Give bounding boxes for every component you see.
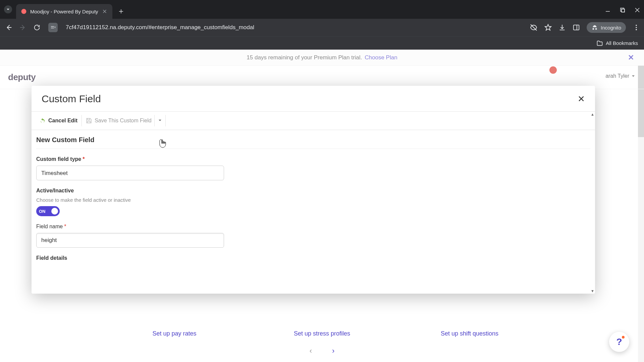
download-icon[interactable] [558, 24, 566, 31]
menu-dots-icon[interactable] [633, 24, 640, 31]
modal-body: New Custom Field Custom field type* Time… [32, 130, 595, 294]
browser-tab[interactable]: Moodjoy - Powered By Deputy [16, 4, 112, 19]
svg-rect-4 [574, 25, 579, 30]
bg-card-stress[interactable]: Set up stress profiles [255, 325, 389, 342]
undo-icon [40, 118, 46, 124]
background-cards: Set up pay rates Set up stress profiles … [0, 325, 644, 342]
field-details-label: Field details [36, 255, 590, 261]
field-name-label: Field name* [36, 224, 590, 230]
section-heading: New Custom Field [36, 130, 590, 149]
active-toggle[interactable]: ON [36, 206, 60, 216]
svg-rect-2 [622, 9, 625, 12]
mouse-cursor-icon [158, 139, 166, 148]
save-icon [86, 118, 92, 124]
cancel-edit-button[interactable]: Cancel Edit [36, 115, 82, 126]
modal-toolbar: Cancel Edit Save This Custom Field ▲ [32, 112, 595, 130]
bg-card-pay-rates[interactable]: Set up pay rates [107, 325, 241, 342]
toggle-state-label: ON [39, 209, 46, 214]
svg-point-7 [636, 29, 637, 31]
folder-icon [596, 40, 603, 47]
svg-point-5 [636, 25, 637, 26]
new-tab-button[interactable] [116, 6, 126, 17]
scroll-down-arrow[interactable]: ▼ [591, 289, 594, 293]
modal-header: Custom Field ✕ [32, 86, 595, 112]
field-type-select[interactable]: Timesheet [36, 166, 224, 180]
svg-point-0 [21, 9, 26, 14]
active-group: Active/Inactive Choose to make the field… [36, 188, 590, 216]
tab-title: Moodjoy - Powered By Deputy [30, 9, 98, 14]
incognito-chip[interactable]: Incognito [587, 22, 626, 33]
field-name-input[interactable] [36, 233, 224, 248]
address-bar[interactable]: 7cf47d19112152.na.deputy.com/#enterprise… [62, 24, 525, 31]
modal-close-button[interactable]: ✕ [578, 94, 585, 104]
save-dropdown-button[interactable] [155, 115, 166, 126]
save-label: Save This Custom Field [95, 118, 152, 124]
scroll-up-arrow[interactable]: ▲ [591, 112, 594, 116]
eye-off-icon[interactable] [530, 23, 538, 32]
incognito-label: Incognito [601, 25, 621, 31]
forward-button[interactable] [18, 23, 28, 32]
browser-titlebar: Moodjoy - Powered By Deputy [0, 0, 644, 19]
caret-down-icon [158, 118, 162, 122]
field-details-group: Field details [36, 255, 590, 261]
active-label: Active/Inactive [36, 188, 590, 194]
reload-button[interactable] [32, 23, 42, 32]
bg-card-shift[interactable]: Set up shift questions [402, 325, 537, 342]
cancel-label: Cancel Edit [48, 118, 77, 124]
help-fab-button[interactable]: ? [609, 332, 629, 352]
save-button[interactable]: Save This Custom Field [82, 115, 155, 126]
modal-title: Custom Field [42, 93, 101, 105]
toggle-knob [51, 208, 58, 215]
all-bookmarks-link[interactable]: All Bookmarks [606, 40, 638, 46]
bookmarks-bar: All Bookmarks [0, 36, 644, 50]
incognito-icon [591, 24, 598, 31]
field-name-group: Field name* [36, 224, 590, 248]
back-button[interactable] [4, 23, 13, 32]
bookmark-star-icon[interactable] [544, 24, 552, 31]
pager-next-icon[interactable]: › [332, 347, 334, 355]
custom-field-modal: Custom Field ✕ Cancel Edit Save This Cus… [32, 86, 595, 294]
field-type-group: Custom field type* Timesheet [36, 156, 590, 180]
pager: ‹ › [0, 347, 644, 355]
tab-favicon-icon [21, 8, 27, 14]
pager-prev-icon[interactable]: ‹ [310, 347, 312, 355]
window-controls [605, 7, 640, 13]
tab-search-button[interactable] [4, 5, 12, 13]
minimize-icon[interactable] [605, 7, 610, 13]
page-content: 15 days remaining of your Premium Plan t… [0, 50, 644, 362]
maximize-icon[interactable] [620, 7, 625, 13]
field-type-label: Custom field type* [36, 156, 590, 162]
close-window-icon[interactable] [635, 7, 640, 13]
tab-close-icon[interactable] [102, 8, 108, 14]
site-info-button[interactable] [48, 23, 58, 32]
browser-toolbar: 7cf47d19112152.na.deputy.com/#enterprise… [0, 19, 644, 36]
side-panel-icon[interactable] [573, 24, 580, 31]
active-help-text: Choose to make the field active or inact… [36, 197, 590, 203]
svg-point-6 [636, 27, 637, 28]
